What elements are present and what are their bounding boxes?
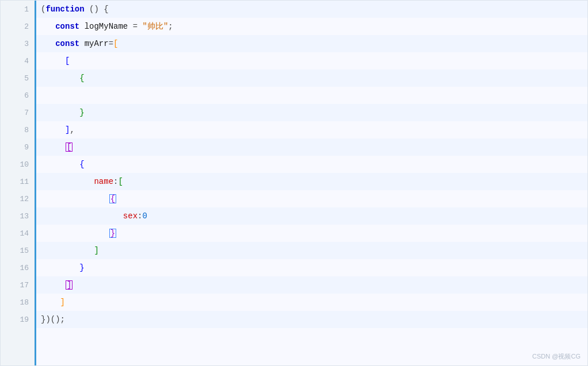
token bbox=[41, 156, 79, 173]
token: ] bbox=[65, 276, 73, 294]
token: const bbox=[55, 18, 79, 35]
token bbox=[41, 190, 109, 207]
token bbox=[41, 121, 65, 138]
code-line-1: (function () { bbox=[36, 1, 587, 18]
token: ] bbox=[60, 294, 65, 311]
bracket-highlight: } bbox=[109, 229, 116, 238]
code-line-18: ] bbox=[36, 294, 587, 311]
code-line-12: { bbox=[36, 190, 587, 207]
line-num-7: 7 bbox=[1, 104, 35, 121]
token bbox=[41, 35, 55, 52]
token bbox=[41, 173, 94, 190]
line-num-3: 3 bbox=[1, 35, 35, 52]
token: ); bbox=[55, 311, 65, 328]
token: })( bbox=[41, 311, 55, 328]
bracket-highlight: [ bbox=[66, 142, 72, 152]
token bbox=[41, 18, 55, 35]
bracket-highlight: ] bbox=[66, 280, 72, 290]
token: myArr bbox=[85, 35, 109, 52]
token: sex bbox=[123, 207, 138, 225]
code-line-11: name:[ bbox=[36, 173, 587, 190]
token: { bbox=[79, 70, 84, 87]
token bbox=[41, 138, 65, 156]
token: ; bbox=[168, 18, 173, 35]
token bbox=[41, 259, 79, 276]
line-num-10: 10 bbox=[1, 156, 35, 173]
code-line-10: { bbox=[36, 156, 587, 173]
code-line-8: ], bbox=[36, 121, 587, 138]
token bbox=[79, 18, 84, 35]
token bbox=[41, 104, 79, 121]
token: ] bbox=[65, 121, 70, 138]
code-line-9: [ bbox=[36, 138, 587, 156]
code-line-16: } bbox=[36, 259, 587, 276]
token: 0 bbox=[142, 207, 147, 225]
token: ] bbox=[94, 242, 98, 259]
line-num-8: 8 bbox=[1, 121, 35, 138]
token bbox=[41, 207, 123, 225]
token: [ bbox=[65, 138, 73, 156]
code-line-13: sex:0 bbox=[36, 207, 587, 225]
token: [ bbox=[113, 35, 118, 52]
line-num-19: 19 bbox=[1, 311, 35, 328]
code-line-5: { bbox=[36, 70, 587, 87]
line-num-17: 17 bbox=[1, 276, 35, 294]
token: ( bbox=[41, 1, 45, 18]
line-num-4: 4 bbox=[1, 52, 35, 70]
editor-window: 1 2 3 4 5 6 7 8 9 10 11 12 13 14 15 16 1… bbox=[0, 0, 588, 366]
line-num-2: 2 bbox=[1, 18, 35, 35]
code-lines: (function () { const logMyName = "帅比"; c… bbox=[36, 1, 587, 365]
line-num-1: 1 bbox=[1, 1, 35, 18]
line-num-9: 9 bbox=[1, 138, 35, 156]
token: () { bbox=[85, 1, 109, 18]
code-line-15: ] bbox=[36, 242, 587, 259]
token: logMyName bbox=[85, 18, 128, 35]
token: [ bbox=[118, 173, 123, 190]
token bbox=[41, 70, 79, 87]
token: : bbox=[138, 207, 142, 225]
token: } bbox=[109, 225, 117, 242]
code-line-3: const myArr=[ bbox=[36, 35, 587, 52]
token: } bbox=[79, 104, 84, 121]
code-line-2: const logMyName = "帅比"; bbox=[36, 18, 587, 35]
token: , bbox=[70, 121, 74, 138]
line-num-6: 6 bbox=[1, 87, 35, 104]
token: } bbox=[79, 259, 84, 276]
token: : bbox=[113, 173, 118, 190]
line-num-13: 13 bbox=[1, 207, 35, 225]
token: function bbox=[45, 1, 84, 18]
token: [ bbox=[65, 52, 70, 70]
token bbox=[79, 35, 84, 52]
token: "帅比" bbox=[142, 18, 168, 35]
token: { bbox=[109, 190, 117, 207]
line-num-18: 18 bbox=[1, 294, 35, 311]
token: = bbox=[109, 35, 113, 52]
token: = bbox=[128, 18, 142, 35]
token bbox=[41, 225, 109, 242]
token: name bbox=[94, 173, 113, 190]
token: { bbox=[79, 156, 84, 173]
token bbox=[41, 52, 65, 70]
code-line-14: } bbox=[36, 225, 587, 242]
watermark: CSDN @视频CG bbox=[532, 352, 581, 361]
line-num-11: 11 bbox=[1, 173, 35, 190]
line-num-14: 14 bbox=[1, 225, 35, 242]
line-num-16: 16 bbox=[1, 259, 35, 276]
token bbox=[41, 276, 65, 294]
code-line-6 bbox=[36, 87, 587, 104]
code-line-7: } bbox=[36, 104, 587, 121]
line-num-12: 12 bbox=[1, 190, 35, 207]
line-num-5: 5 bbox=[1, 70, 35, 87]
code-line-4: [ bbox=[36, 52, 587, 70]
token bbox=[41, 242, 94, 259]
bracket-highlight: { bbox=[109, 194, 116, 203]
token bbox=[41, 87, 45, 104]
line-num-15: 15 bbox=[1, 242, 35, 259]
code-area: 1 2 3 4 5 6 7 8 9 10 11 12 13 14 15 16 1… bbox=[1, 1, 587, 365]
code-line-19: })(); bbox=[36, 311, 587, 328]
code-line-17: ] bbox=[36, 276, 587, 294]
token bbox=[41, 294, 60, 311]
token: const bbox=[55, 35, 79, 52]
line-gutter: 1 2 3 4 5 6 7 8 9 10 11 12 13 14 15 16 1… bbox=[1, 1, 36, 365]
